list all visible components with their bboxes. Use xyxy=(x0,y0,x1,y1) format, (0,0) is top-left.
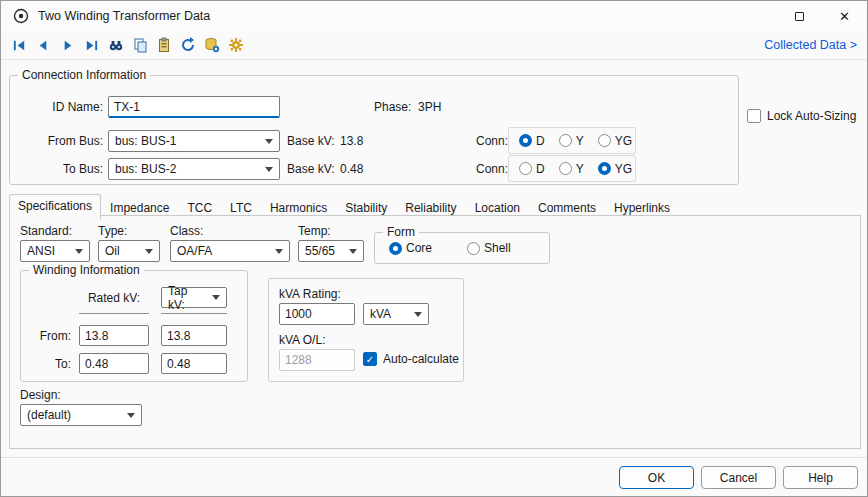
to-tap-kv-input[interactable] xyxy=(161,353,227,374)
design-dropdown[interactable]: (default) xyxy=(20,404,142,426)
connection-information-group: Connection Information ID Name: Phase: 3… xyxy=(9,75,739,185)
to-bus-label: To Bus: xyxy=(18,162,103,176)
title-bar: Two Winding Transformer Data ✕ xyxy=(1,1,867,31)
tab-strip: Specifications Impedance TCC LTC Harmoni… xyxy=(9,194,679,220)
from-tap-kv-input[interactable] xyxy=(161,325,227,346)
class-label: Class: xyxy=(170,224,203,238)
app-icon xyxy=(13,8,29,24)
tap-kv-dropdown[interactable]: Tap kV: xyxy=(161,287,227,308)
close-button[interactable]: ✕ xyxy=(822,1,867,31)
to-conn-yg-radio[interactable]: YG xyxy=(598,162,632,176)
type-value: Oil xyxy=(105,244,120,258)
collected-data-link[interactable]: Collected Data > xyxy=(764,38,857,52)
to-conn-y-label: Y xyxy=(576,162,584,176)
first-record-icon[interactable] xyxy=(11,37,28,54)
standard-value: ANSI xyxy=(27,244,55,258)
tab-hyperlinks[interactable]: Hyperlinks xyxy=(605,196,679,220)
tab-harmonics[interactable]: Harmonics xyxy=(261,196,336,220)
radio-icon xyxy=(519,134,532,147)
to-conn-y-radio[interactable]: Y xyxy=(559,162,584,176)
radio-icon xyxy=(519,162,532,175)
lock-auto-sizing-checkbox[interactable]: Lock Auto-Sizing xyxy=(747,109,856,123)
from-conn-radio-group: D Y YG xyxy=(508,127,636,154)
ok-button[interactable]: OK xyxy=(619,466,694,489)
window-title: Two Winding Transformer Data xyxy=(38,9,210,23)
from-base-kv-label: Base kV: xyxy=(287,134,335,148)
tab-comments[interactable]: Comments xyxy=(529,196,605,220)
standard-dropdown[interactable]: ANSI xyxy=(20,240,90,262)
tab-impedance[interactable]: Impedance xyxy=(101,196,178,220)
tap-kv-value: Tap kV: xyxy=(168,284,206,312)
cancel-button[interactable]: Cancel xyxy=(701,466,776,489)
from-bus-value: bus: BUS-1 xyxy=(115,134,176,148)
winding-information-legend: Winding Information xyxy=(29,263,144,277)
from-conn-yg-label: YG xyxy=(615,134,632,148)
from-conn-d-radio[interactable]: D xyxy=(519,134,545,148)
to-base-kv-label: Base kV: xyxy=(287,162,335,176)
kva-rating-input[interactable] xyxy=(279,303,355,325)
next-record-icon[interactable] xyxy=(59,37,76,54)
class-dropdown[interactable]: OA/FA xyxy=(170,240,290,262)
to-bus-value: bus: BUS-2 xyxy=(115,162,176,176)
id-name-input[interactable] xyxy=(108,96,280,118)
maximize-button[interactable] xyxy=(777,1,822,31)
help-button[interactable]: Help xyxy=(783,466,858,489)
to-base-kv-value: 0.48 xyxy=(340,162,363,176)
chevron-down-icon xyxy=(212,295,220,300)
find-icon[interactable] xyxy=(107,37,124,54)
database-settings-icon[interactable] xyxy=(203,37,220,54)
auto-calculate-checkbox[interactable]: ✓ Auto-calculate xyxy=(363,352,459,366)
form-legend: Form xyxy=(383,225,419,239)
chevron-down-icon xyxy=(127,413,135,418)
tab-specifications[interactable]: Specifications xyxy=(9,194,101,220)
copy-icon[interactable] xyxy=(131,37,148,54)
tab-location[interactable]: Location xyxy=(466,196,529,220)
to-conn-label: Conn: xyxy=(476,162,508,176)
from-bus-dropdown[interactable]: bus: BUS-1 xyxy=(108,130,280,152)
from-bus-label: From Bus: xyxy=(18,134,103,148)
to-conn-d-radio[interactable]: D xyxy=(519,162,545,176)
to-rated-kv-input[interactable] xyxy=(79,353,149,374)
options-gear-icon[interactable] xyxy=(227,37,244,54)
phase-label: Phase: xyxy=(374,100,411,114)
tab-ltc[interactable]: LTC xyxy=(221,196,261,220)
paste-icon[interactable] xyxy=(155,37,172,54)
from-conn-d-label: D xyxy=(536,134,545,148)
id-name-label: ID Name: xyxy=(18,100,103,114)
chevron-down-icon xyxy=(349,249,357,254)
to-conn-radio-group: D Y YG xyxy=(508,155,636,182)
form-core-radio[interactable]: Core xyxy=(389,241,432,255)
to-conn-d-label: D xyxy=(536,162,545,176)
chevron-down-icon xyxy=(414,312,422,317)
kva-ol-label: kVA O/L: xyxy=(279,333,325,347)
auto-calculate-label: Auto-calculate xyxy=(383,352,459,366)
connection-information-legend: Connection Information xyxy=(18,68,150,82)
from-conn-yg-radio[interactable]: YG xyxy=(598,134,632,148)
from-conn-y-radio[interactable]: Y xyxy=(559,134,584,148)
last-record-icon[interactable] xyxy=(83,37,100,54)
to-conn-yg-label: YG xyxy=(615,162,632,176)
to-bus-dropdown[interactable]: bus: BUS-2 xyxy=(108,158,280,180)
tab-stability[interactable]: Stability xyxy=(336,196,396,220)
form-group: Form Core Shell xyxy=(374,232,550,264)
tap-kv-underline xyxy=(161,313,227,314)
tab-tcc[interactable]: TCC xyxy=(178,196,221,220)
from-rated-kv-input[interactable] xyxy=(79,325,149,346)
footer-divider xyxy=(1,457,868,458)
refresh-icon[interactable] xyxy=(179,37,196,54)
form-shell-radio[interactable]: Shell xyxy=(467,241,511,255)
chevron-down-icon xyxy=(265,167,273,172)
from-conn-label: Conn: xyxy=(476,134,508,148)
temp-label: Temp: xyxy=(298,224,331,238)
radio-icon xyxy=(598,162,611,175)
chevron-down-icon xyxy=(265,139,273,144)
temp-dropdown[interactable]: 55/65 xyxy=(298,240,364,262)
kva-rating-box: kVA Rating: kVA kVA O/L: ✓ Auto-calculat… xyxy=(268,278,464,382)
from-base-kv-value: 13.8 xyxy=(340,134,363,148)
tab-reliability[interactable]: Reliability xyxy=(396,196,465,220)
chevron-down-icon xyxy=(275,249,283,254)
type-dropdown[interactable]: Oil xyxy=(98,240,160,262)
kva-unit-dropdown[interactable]: kVA xyxy=(363,303,429,325)
previous-record-icon[interactable] xyxy=(35,37,52,54)
radio-icon xyxy=(598,134,611,147)
